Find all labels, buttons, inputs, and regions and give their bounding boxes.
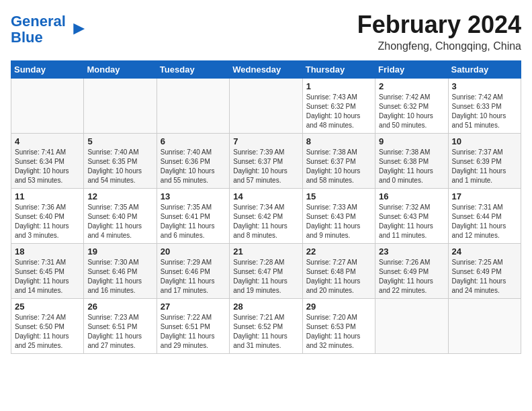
day-number: 3 xyxy=(452,81,517,91)
logo-icon xyxy=(67,20,86,39)
day-number: 7 xyxy=(233,136,298,146)
day-number: 26 xyxy=(87,302,152,312)
day-number: 27 xyxy=(161,302,226,312)
day-cell: 2Sunrise: 7:42 AM Sunset: 6:32 PM Daylig… xyxy=(375,79,448,134)
day-number: 23 xyxy=(379,246,444,257)
week-row-1: 1Sunrise: 7:43 AM Sunset: 6:32 PM Daylig… xyxy=(11,79,521,134)
day-number: 21 xyxy=(233,246,298,257)
day-info: Sunrise: 7:22 AM Sunset: 6:51 PM Dayligh… xyxy=(161,313,226,351)
title-block: February 2024 Zhongfeng, Chongqing, Chin… xyxy=(357,11,521,52)
column-header-sunday: Sunday xyxy=(11,61,84,79)
day-number: 10 xyxy=(452,136,517,146)
day-cell: 17Sunrise: 7:31 AM Sunset: 6:44 PM Dayli… xyxy=(448,189,521,244)
logo-text: General Blue xyxy=(11,13,66,46)
day-cell: 8Sunrise: 7:38 AM Sunset: 6:37 PM Daylig… xyxy=(302,134,375,189)
day-cell: 23Sunrise: 7:26 AM Sunset: 6:49 PM Dayli… xyxy=(375,244,448,299)
day-info: Sunrise: 7:40 AM Sunset: 6:35 PM Dayligh… xyxy=(87,148,152,185)
column-header-wednesday: Wednesday xyxy=(230,61,302,79)
day-number: 15 xyxy=(306,191,371,201)
day-number: 2 xyxy=(379,81,444,91)
day-cell xyxy=(375,299,448,354)
day-info: Sunrise: 7:31 AM Sunset: 6:44 PM Dayligh… xyxy=(452,203,517,240)
header-row: SundayMondayTuesdayWednesdayThursdayFrid… xyxy=(11,61,521,79)
day-cell: 9Sunrise: 7:38 AM Sunset: 6:38 PM Daylig… xyxy=(375,134,448,189)
day-info: Sunrise: 7:31 AM Sunset: 6:45 PM Dayligh… xyxy=(15,258,80,295)
day-info: Sunrise: 7:26 AM Sunset: 6:49 PM Dayligh… xyxy=(379,258,444,295)
day-cell: 3Sunrise: 7:42 AM Sunset: 6:33 PM Daylig… xyxy=(448,79,521,134)
day-number: 28 xyxy=(233,302,298,312)
day-cell: 18Sunrise: 7:31 AM Sunset: 6:45 PM Dayli… xyxy=(11,244,84,299)
day-cell: 21Sunrise: 7:28 AM Sunset: 6:47 PM Dayli… xyxy=(230,244,302,299)
day-info: Sunrise: 7:38 AM Sunset: 6:38 PM Dayligh… xyxy=(379,148,444,185)
day-cell: 11Sunrise: 7:36 AM Sunset: 6:40 PM Dayli… xyxy=(11,189,84,244)
day-number: 5 xyxy=(87,136,152,146)
day-cell: 27Sunrise: 7:22 AM Sunset: 6:51 PM Dayli… xyxy=(157,299,229,354)
day-info: Sunrise: 7:28 AM Sunset: 6:47 PM Dayligh… xyxy=(233,258,298,295)
svg-marker-0 xyxy=(73,24,85,35)
day-number: 8 xyxy=(306,136,371,146)
day-info: Sunrise: 7:36 AM Sunset: 6:40 PM Dayligh… xyxy=(15,203,80,240)
day-cell xyxy=(157,79,229,134)
calendar-body: 1Sunrise: 7:43 AM Sunset: 6:32 PM Daylig… xyxy=(11,79,521,354)
day-info: Sunrise: 7:29 AM Sunset: 6:46 PM Dayligh… xyxy=(161,258,226,295)
column-header-friday: Friday xyxy=(375,61,448,79)
day-info: Sunrise: 7:42 AM Sunset: 6:33 PM Dayligh… xyxy=(452,93,517,130)
day-cell: 13Sunrise: 7:35 AM Sunset: 6:41 PM Dayli… xyxy=(157,189,229,244)
day-cell xyxy=(84,79,157,134)
day-cell: 25Sunrise: 7:24 AM Sunset: 6:50 PM Dayli… xyxy=(11,299,84,354)
day-info: Sunrise: 7:42 AM Sunset: 6:32 PM Dayligh… xyxy=(379,93,444,130)
day-number: 12 xyxy=(87,191,152,201)
day-cell: 4Sunrise: 7:41 AM Sunset: 6:34 PM Daylig… xyxy=(11,134,84,189)
day-cell: 6Sunrise: 7:40 AM Sunset: 6:36 PM Daylig… xyxy=(157,134,229,189)
day-number: 13 xyxy=(161,191,226,201)
column-header-tuesday: Tuesday xyxy=(157,61,229,79)
day-cell: 29Sunrise: 7:20 AM Sunset: 6:53 PM Dayli… xyxy=(302,299,375,354)
day-number: 24 xyxy=(452,246,517,257)
week-row-5: 25Sunrise: 7:24 AM Sunset: 6:50 PM Dayli… xyxy=(11,299,521,354)
day-cell xyxy=(11,79,84,134)
day-cell xyxy=(448,299,521,354)
day-cell: 10Sunrise: 7:37 AM Sunset: 6:39 PM Dayli… xyxy=(448,134,521,189)
day-info: Sunrise: 7:23 AM Sunset: 6:51 PM Dayligh… xyxy=(87,313,152,351)
day-number: 4 xyxy=(15,136,80,146)
day-info: Sunrise: 7:38 AM Sunset: 6:37 PM Dayligh… xyxy=(306,148,371,185)
day-info: Sunrise: 7:39 AM Sunset: 6:37 PM Dayligh… xyxy=(233,148,298,185)
day-info: Sunrise: 7:20 AM Sunset: 6:53 PM Dayligh… xyxy=(306,313,371,351)
day-number: 6 xyxy=(161,136,226,146)
day-info: Sunrise: 7:27 AM Sunset: 6:48 PM Dayligh… xyxy=(306,258,371,295)
day-number: 16 xyxy=(379,191,444,201)
calendar-table: SundayMondayTuesdayWednesdayThursdayFrid… xyxy=(11,60,521,354)
day-cell: 24Sunrise: 7:25 AM Sunset: 6:49 PM Dayli… xyxy=(448,244,521,299)
day-number: 29 xyxy=(306,302,371,312)
day-number: 1 xyxy=(306,81,371,91)
day-info: Sunrise: 7:40 AM Sunset: 6:36 PM Dayligh… xyxy=(161,148,226,185)
logo: General Blue xyxy=(11,13,86,46)
day-number: 25 xyxy=(15,302,80,312)
calendar-subtitle: Zhongfeng, Chongqing, China xyxy=(357,40,521,52)
day-cell: 15Sunrise: 7:33 AM Sunset: 6:43 PM Dayli… xyxy=(302,189,375,244)
day-number: 11 xyxy=(15,191,80,201)
day-number: 14 xyxy=(233,191,298,201)
day-cell: 1Sunrise: 7:43 AM Sunset: 6:32 PM Daylig… xyxy=(302,79,375,134)
day-info: Sunrise: 7:33 AM Sunset: 6:43 PM Dayligh… xyxy=(306,203,371,240)
day-cell: 16Sunrise: 7:32 AM Sunset: 6:43 PM Dayli… xyxy=(375,189,448,244)
day-number: 19 xyxy=(87,246,152,257)
day-cell xyxy=(230,79,302,134)
day-cell: 22Sunrise: 7:27 AM Sunset: 6:48 PM Dayli… xyxy=(302,244,375,299)
day-number: 9 xyxy=(379,136,444,146)
day-cell: 12Sunrise: 7:35 AM Sunset: 6:40 PM Dayli… xyxy=(84,189,157,244)
week-row-3: 11Sunrise: 7:36 AM Sunset: 6:40 PM Dayli… xyxy=(11,189,521,244)
day-cell: 28Sunrise: 7:21 AM Sunset: 6:52 PM Dayli… xyxy=(230,299,302,354)
day-info: Sunrise: 7:34 AM Sunset: 6:42 PM Dayligh… xyxy=(233,203,298,240)
day-cell: 19Sunrise: 7:30 AM Sunset: 6:46 PM Dayli… xyxy=(84,244,157,299)
day-cell: 5Sunrise: 7:40 AM Sunset: 6:35 PM Daylig… xyxy=(84,134,157,189)
day-cell: 14Sunrise: 7:34 AM Sunset: 6:42 PM Dayli… xyxy=(230,189,302,244)
day-number: 18 xyxy=(15,246,80,257)
week-row-2: 4Sunrise: 7:41 AM Sunset: 6:34 PM Daylig… xyxy=(11,134,521,189)
day-info: Sunrise: 7:30 AM Sunset: 6:46 PM Dayligh… xyxy=(87,258,152,295)
day-number: 22 xyxy=(306,246,371,257)
day-info: Sunrise: 7:37 AM Sunset: 6:39 PM Dayligh… xyxy=(452,148,517,185)
calendar-header: SundayMondayTuesdayWednesdayThursdayFrid… xyxy=(11,61,521,79)
day-info: Sunrise: 7:32 AM Sunset: 6:43 PM Dayligh… xyxy=(379,203,444,240)
calendar-title: February 2024 xyxy=(357,11,521,39)
